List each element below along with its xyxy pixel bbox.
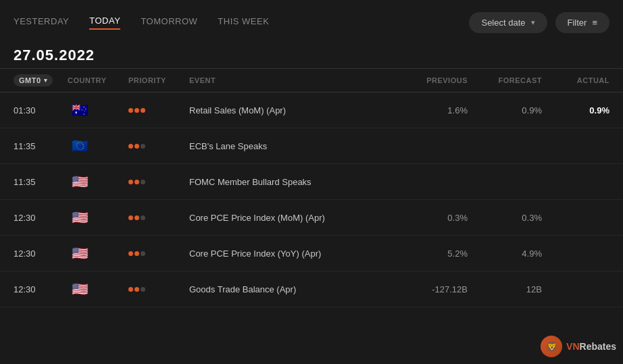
nav-controls: Select date ▾ Filter ≡: [469, 12, 609, 33]
priority-dot: [141, 287, 145, 292]
watermark-text: VNRebates: [566, 341, 616, 352]
tab-this-week[interactable]: THIS WEEK: [218, 16, 269, 29]
col-previous: PREVIOUS: [387, 76, 468, 84]
event-time: 12:30: [14, 284, 68, 294]
event-name[interactable]: Goods Trade Balance (Apr): [189, 284, 387, 294]
actual-value: 0.9%: [542, 105, 609, 115]
country-flag: 🇺🇸: [68, 174, 128, 190]
filter-label: Filter: [568, 18, 587, 28]
previous-value: 1.6%: [387, 105, 468, 115]
country-flag: 🇦🇺: [68, 102, 128, 118]
tab-tomorrow[interactable]: TOMORROW: [141, 16, 197, 29]
table-row: 11:35 🇺🇸 FOMC Member Bullard Speaks: [0, 164, 623, 200]
event-name[interactable]: ECB's Lane Speaks: [189, 141, 387, 151]
table-row: 12:30 🇺🇸 Core PCE Price Index (YoY) (Apr…: [0, 236, 623, 271]
watermark-vn: VN: [566, 341, 579, 352]
priority-dot: [141, 215, 145, 220]
tab-yesterday[interactable]: YESTERDAY: [14, 16, 69, 29]
priority-indicator: [128, 108, 189, 113]
date-header: 27.05.2022: [0, 40, 623, 68]
priority-dot: [128, 215, 133, 220]
table-body: 01:30 🇦🇺 Retail Sales (MoM) (Apr) 1.6% 0…: [0, 93, 623, 307]
previous-value: -127.12B: [387, 284, 468, 294]
priority-dot: [141, 108, 145, 113]
top-navigation: YESTERDAY TODAY TOMORROW THIS WEEK Selec…: [0, 0, 623, 40]
select-date-label: Select date: [481, 18, 525, 28]
country-flag: 🇺🇸: [68, 209, 128, 226]
priority-dot: [134, 251, 139, 256]
select-date-button[interactable]: Select date ▾: [469, 12, 547, 33]
events-table: GMT0 ▾ COUNTRY PRIORITY EVENT PREVIOUS F…: [0, 68, 623, 307]
table-row: 11:35 🇪🇺 ECB's Lane Speaks: [0, 128, 623, 164]
col-priority: PRIORITY: [128, 76, 189, 84]
watermark: 🦁 VNRebates: [541, 336, 616, 357]
table-row: 12:30 🇺🇸 Core PCE Price Index (MoM) (Apr…: [0, 200, 623, 236]
priority-indicator: [128, 251, 189, 256]
flag-icon: 🇺🇸: [68, 209, 92, 226]
event-time: 12:30: [14, 213, 68, 223]
event-time: 12:30: [14, 249, 68, 259]
forecast-value: 12B: [468, 284, 542, 294]
tab-today[interactable]: TODAY: [89, 16, 120, 30]
previous-value: 0.3%: [387, 213, 468, 223]
priority-dot: [134, 215, 139, 220]
priority-dot: [141, 144, 145, 149]
event-name[interactable]: Retail Sales (MoM) (Apr): [189, 105, 387, 115]
priority-dot: [134, 287, 139, 292]
gmt-label: GMT0: [19, 76, 41, 84]
priority-indicator: [128, 180, 189, 184]
forecast-value: 0.3%: [468, 213, 542, 223]
flag-icon: 🇦🇺: [68, 102, 92, 118]
gmt-selector[interactable]: GMT0 ▾: [14, 74, 53, 86]
priority-indicator: [128, 215, 189, 220]
event-name[interactable]: FOMC Member Bullard Speaks: [189, 177, 387, 187]
filter-button[interactable]: Filter ≡: [555, 12, 609, 33]
priority-dot: [134, 144, 139, 149]
col-time: GMT0 ▾: [14, 74, 68, 86]
table-row: 12:30 🇺🇸 Goods Trade Balance (Apr) -127.…: [0, 271, 623, 307]
col-forecast: FORECAST: [468, 76, 542, 84]
col-event: EVENT: [189, 76, 387, 84]
country-flag: 🇪🇺: [68, 138, 128, 154]
watermark-logo: 🦁: [541, 336, 562, 357]
flag-icon: 🇺🇸: [68, 281, 92, 297]
col-actual: ACTUAL: [542, 76, 609, 84]
event-name[interactable]: Core PCE Price Index (YoY) (Apr): [189, 249, 387, 259]
priority-dot: [128, 108, 133, 113]
event-time: 01:30: [14, 105, 68, 115]
table-header: GMT0 ▾ COUNTRY PRIORITY EVENT PREVIOUS F…: [0, 68, 623, 93]
flag-icon: 🇪🇺: [68, 138, 92, 154]
forecast-value: 4.9%: [468, 249, 542, 259]
priority-dot: [141, 251, 145, 256]
priority-dot: [134, 180, 139, 184]
gmt-chevron-icon: ▾: [44, 77, 48, 84]
priority-dot: [128, 287, 133, 292]
country-flag: 🇺🇸: [68, 281, 128, 297]
event-time: 11:35: [14, 141, 68, 151]
priority-dot: [128, 144, 133, 149]
priority-indicator: [128, 287, 189, 292]
table-row: 01:30 🇦🇺 Retail Sales (MoM) (Apr) 1.6% 0…: [0, 93, 623, 128]
flag-icon: 🇺🇸: [68, 245, 92, 261]
event-time: 11:35: [14, 177, 68, 187]
priority-dot: [134, 108, 139, 113]
priority-dot: [128, 180, 133, 184]
flag-icon: 🇺🇸: [68, 174, 92, 190]
priority-indicator: [128, 144, 189, 149]
filter-icon: ≡: [592, 18, 597, 28]
chevron-down-icon: ▾: [531, 18, 535, 27]
previous-value: 5.2%: [387, 249, 468, 259]
col-country: COUNTRY: [68, 76, 128, 84]
priority-dot: [128, 251, 133, 256]
event-name[interactable]: Core PCE Price Index (MoM) (Apr): [189, 213, 387, 223]
forecast-value: 0.9%: [468, 105, 542, 115]
priority-dot: [141, 180, 145, 184]
country-flag: 🇺🇸: [68, 245, 128, 261]
